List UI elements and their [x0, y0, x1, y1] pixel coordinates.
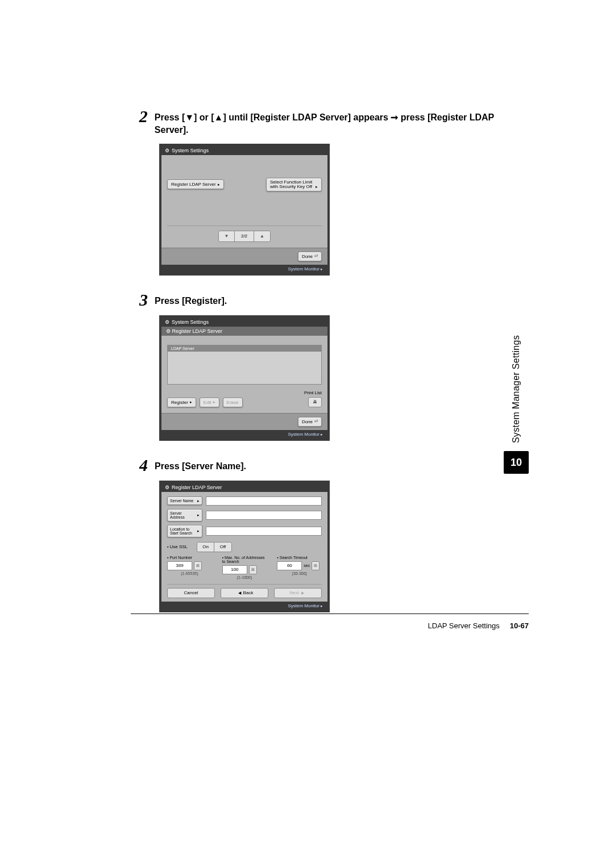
max-range: (1-1000) [222, 575, 267, 579]
list-header: LDAP Server [168, 345, 321, 352]
screenshot-register-ldap-form: ⚙ Register LDAP Server Server Name▸ Serv… [159, 481, 330, 612]
step-2: 2 Press [▼] or [▲] until [Register LDAP … [131, 108, 529, 276]
pager: ▼ 2/2 ▲ [167, 226, 322, 242]
gear-icon: ⚙ [165, 485, 169, 490]
gear-icon: ⚙ [165, 319, 169, 325]
step-3: 3 Press [Register]. ⚙ System Settings ⚙ … [131, 291, 529, 441]
back-button[interactable]: ◀Back [221, 588, 268, 598]
timeout-unit: sec [304, 564, 310, 567]
register-ldap-server-button[interactable]: Register LDAP Server ▸ [167, 180, 224, 189]
port-stepper[interactable]: ⊞ [194, 561, 202, 570]
use-ssl-label: Use SSL [167, 544, 188, 549]
keypad-icon: ⊞ [314, 564, 317, 568]
system-monitor-link[interactable]: System Monitor▸ [161, 430, 327, 439]
window-titlebar: ⚙ System Settings [161, 146, 327, 155]
gear-icon: ⚙ [166, 328, 171, 334]
chevron-right-icon: ▸ [197, 529, 200, 533]
timeout-stepper[interactable]: ⊞ [312, 561, 320, 570]
window-title: System Settings [172, 148, 209, 153]
system-monitor-link[interactable]: System Monitor▸ [161, 265, 327, 273]
chevron-right-icon: ▸ [197, 499, 200, 503]
done-button[interactable]: Done ⏎ [298, 417, 322, 427]
triangle-right-icon: ▸ [321, 604, 323, 608]
chapter-number: 10 [504, 451, 529, 474]
done-button[interactable]: Done ⏎ [298, 252, 322, 261]
server-name-button[interactable]: Server Name▸ [167, 496, 202, 505]
chevron-right-icon: ▸ [213, 400, 215, 404]
print-list-button[interactable]: 🖶 [308, 397, 322, 407]
edit-button[interactable]: Edit ▸ [200, 398, 219, 407]
step-instruction: Press [Register]. [155, 291, 227, 307]
screenshot-register-ldap-list: ⚙ System Settings ⚙ Register LDAP Server… [159, 315, 330, 441]
step-4: 4 Press [Server Name]. ⚙ Register LDAP S… [131, 457, 529, 612]
triangle-right-icon: ▸ [321, 432, 323, 436]
server-name-field[interactable] [206, 496, 322, 506]
next-button[interactable]: Next▶ [274, 588, 322, 598]
timeout-range: (30-300) [277, 571, 322, 575]
port-range: (1-65535) [167, 571, 212, 575]
printer-icon: 🖶 [313, 399, 317, 404]
page-up-button[interactable]: ▲ [254, 231, 270, 241]
window-title: Register LDAP Server [172, 485, 222, 490]
print-list-label: Print List [304, 390, 322, 395]
return-icon: ⏎ [314, 419, 318, 424]
ssl-on-option[interactable]: On [197, 542, 214, 552]
triangle-right-icon: ▶ [301, 591, 304, 595]
step-number: 3 [131, 291, 148, 308]
triangle-left-icon: ◀ [238, 591, 241, 595]
window-subtitle: ⚙ Register LDAP Server [161, 327, 327, 336]
chevron-right-icon: ▸ [197, 513, 200, 517]
window-titlebar: ⚙ System Settings [161, 318, 327, 327]
step-instruction: Press [Server Name]. [155, 457, 246, 473]
chapter-tab: System Manager Settings 10 [504, 335, 529, 474]
search-timeout-field[interactable]: 60 [277, 561, 302, 570]
chapter-label: System Manager Settings [511, 335, 521, 443]
max-addresses-field[interactable]: 100 [222, 565, 247, 574]
footer-section: LDAP Server Settings [428, 621, 500, 630]
chevron-right-icon: ▸ [218, 182, 220, 187]
max-addresses-label: Max. No. of Addresses to Search [222, 556, 267, 564]
chevron-right-icon: ▸ [190, 400, 192, 404]
use-ssl-toggle[interactable]: On Off [197, 542, 232, 552]
gear-icon: ⚙ [165, 148, 169, 153]
page-footer: LDAP Server Settings 10-67 [131, 621, 529, 630]
page-down-button[interactable]: ▼ [219, 231, 235, 241]
function-limit-button[interactable]: Select Function Limit with Security Key … [266, 178, 322, 191]
cancel-button[interactable]: Cancel [167, 588, 215, 598]
step-number: 4 [131, 457, 148, 474]
window-title: System Settings [172, 319, 209, 325]
location-field[interactable] [206, 527, 322, 536]
ssl-off-option[interactable]: Off [214, 542, 231, 552]
register-button[interactable]: Register ▸ [167, 398, 196, 407]
port-number-label: Port Number [167, 556, 212, 560]
keypad-icon: ⊞ [196, 564, 200, 568]
max-stepper[interactable]: ⊞ [249, 565, 257, 574]
port-number-field[interactable]: 389 [167, 561, 192, 570]
screenshot-system-settings: ⚙ System Settings Register LDAP Server ▸… [159, 144, 330, 276]
window-titlebar: ⚙ Register LDAP Server [161, 483, 327, 492]
triangle-right-icon: ▸ [321, 267, 323, 271]
return-icon: ⏎ [314, 254, 318, 258]
server-address-button[interactable]: Server Address▸ [167, 509, 202, 521]
chevron-right-icon: ▸ [316, 185, 318, 189]
server-address-field[interactable] [206, 511, 322, 520]
erase-button[interactable]: Erase [223, 398, 243, 407]
keypad-icon: ⊞ [251, 567, 255, 572]
location-start-search-button[interactable]: Location to Start Search▸ [167, 525, 202, 537]
step-instruction: Press [▼] or [▲] until [Register LDAP Se… [155, 108, 529, 137]
ldap-server-list[interactable]: LDAP Server [167, 345, 322, 385]
search-timeout-label: Search Timeout [277, 556, 322, 560]
system-monitor-link[interactable]: System Monitor▸ [161, 602, 327, 610]
step-number: 2 [131, 108, 148, 125]
footer-rule [131, 614, 529, 614]
footer-page-number: 10-67 [510, 621, 529, 630]
page-indicator: 2/2 [235, 231, 254, 241]
